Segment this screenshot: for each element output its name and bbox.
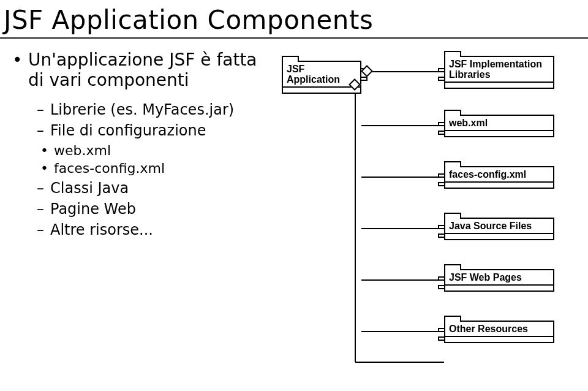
uml-diagram: JSF Application JSF Implementation Libra…: [270, 50, 576, 391]
uml-label-webxml: web.xml: [445, 116, 553, 131]
bullet-other-resources: Altre risorse...: [37, 221, 270, 238]
uml-box-libraries: JSF Implementation Libraries: [444, 56, 554, 89]
bullet-libraries: Librerie (es. MyFaces.jar): [37, 101, 270, 118]
bullet-webxml: web.xml: [40, 143, 270, 158]
slide-title: JSF Application Components: [4, 5, 588, 35]
bullet-config-files: File di configurazione: [37, 122, 270, 139]
bullet-facesconfig: faces-config.xml: [40, 161, 270, 176]
uml-label-other-resources: Other Resources: [445, 322, 553, 337]
uml-label-facesconfig: faces-config.xml: [445, 167, 553, 183]
uml-box-jsf-application: JSF Application: [282, 61, 361, 94]
uml-label-web-pages: JSF Web Pages: [445, 270, 553, 286]
bullet-main: Un'applicazione JSF è fatta di vari comp…: [12, 50, 270, 90]
uml-box-java-source: Java Source Files: [444, 218, 554, 240]
uml-box-other-resources: Other Resources: [444, 321, 554, 343]
bullet-list-column: Un'applicazione JSF è fatta di vari comp…: [0, 50, 270, 242]
content-area: Un'applicazione JSF è fatta di vari comp…: [0, 50, 588, 391]
uml-box-web-pages: JSF Web Pages: [444, 269, 554, 292]
title-divider: [0, 37, 588, 39]
uml-label-java-source: Java Source Files: [445, 219, 553, 234]
bullet-java-classes: Classi Java: [37, 180, 270, 197]
uml-box-webxml: web.xml: [444, 115, 554, 137]
uml-label-libraries: JSF Implementation Libraries: [445, 57, 553, 83]
bullet-web-pages: Pagine Web: [37, 200, 270, 218]
uml-box-facesconfig: faces-config.xml: [444, 166, 554, 189]
